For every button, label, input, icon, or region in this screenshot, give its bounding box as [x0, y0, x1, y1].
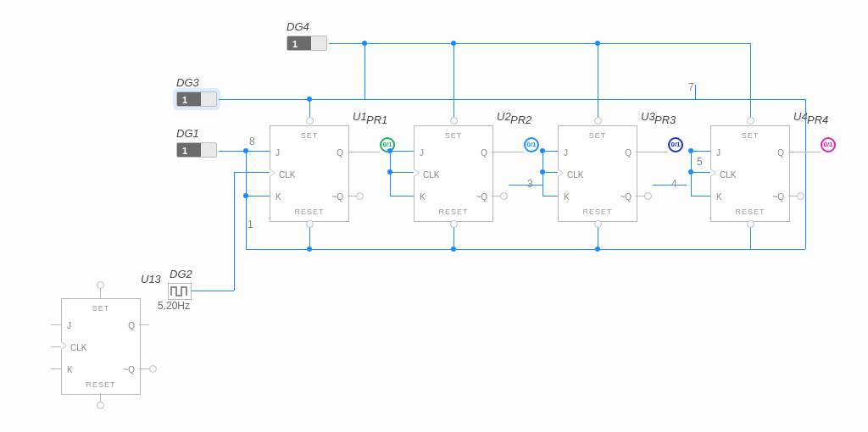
- pin-clk: CLK: [70, 343, 86, 352]
- pin-clk: CLK: [567, 170, 583, 180]
- pin-nq: ~Q: [331, 192, 343, 202]
- pin-nq: ~Q: [772, 192, 784, 202]
- dg2-label: DG2: [170, 268, 192, 280]
- pin-q: Q: [481, 148, 487, 158]
- net-1: 1: [248, 219, 253, 230]
- u13-ref: U13: [141, 273, 161, 285]
- pin-reset: RESET: [711, 208, 789, 216]
- clk-edge-icon: [558, 169, 564, 177]
- probe-pr4[interactable]: 0/1: [821, 137, 836, 152]
- clk-edge-icon: [414, 169, 420, 177]
- pin-clk: CLK: [720, 170, 736, 180]
- pin-nq: ~Q: [476, 192, 487, 202]
- pin-set: SET: [62, 304, 140, 313]
- pin-q: Q: [625, 148, 632, 158]
- jkff-unplaced[interactable]: SET RESET J CLK K Q ~Q: [61, 298, 141, 395]
- pin-k: K: [275, 192, 281, 202]
- jkff-u3[interactable]: SET RESET J CLK K Q ~Q: [558, 125, 637, 222]
- dg4-label: DG4: [287, 20, 309, 33]
- dg3-source[interactable]: 1: [176, 91, 217, 107]
- pin-k: K: [420, 192, 426, 202]
- pr4-label: PR4: [807, 114, 828, 126]
- u2-ref: U2: [497, 110, 511, 123]
- pin-j: J: [564, 148, 568, 158]
- pr2-label: PR2: [510, 114, 531, 126]
- pin-set: SET: [270, 131, 348, 140]
- pin-j: J: [67, 321, 71, 330]
- pin-reset: RESET: [270, 208, 348, 216]
- pr3-label: PR3: [654, 114, 676, 126]
- net-4: 4: [671, 178, 677, 190]
- clock-source[interactable]: [168, 283, 192, 300]
- clock-freq: 5.20Hz: [158, 300, 190, 312]
- net-5: 5: [697, 156, 703, 168]
- pin-set: SET: [559, 131, 637, 140]
- probe-pr3[interactable]: 0/1: [668, 137, 683, 152]
- dg1-source[interactable]: 1: [176, 142, 217, 158]
- pin-k: K: [716, 192, 722, 202]
- pin-set: SET: [711, 131, 789, 140]
- net-7: 7: [688, 81, 694, 93]
- pin-j: J: [275, 148, 280, 158]
- u3-ref: U3: [641, 110, 655, 123]
- schematic-canvas[interactable]: DG4 1 DG3 1 DG1 1 DG2 U13 5.20Hz SET RES…: [0, 0, 868, 432]
- net-3: 3: [527, 178, 533, 190]
- clk-edge-icon: [61, 341, 67, 350]
- dg1-label: DG1: [176, 127, 199, 140]
- clk-edge-icon: [710, 169, 716, 177]
- jkff-u4[interactable]: SET RESET J CLK K Q ~Q: [710, 125, 790, 222]
- pin-k: K: [564, 192, 570, 202]
- pin-q: Q: [777, 148, 784, 158]
- pin-clk: CLK: [279, 170, 295, 180]
- pin-nq: ~Q: [123, 365, 135, 374]
- pin-nq: ~Q: [620, 192, 632, 202]
- pin-clk: CLK: [423, 170, 439, 180]
- dg4-source[interactable]: 1: [287, 36, 327, 51]
- pin-reset: RESET: [559, 208, 637, 216]
- pin-j: J: [420, 148, 424, 158]
- pr1-label: PR1: [366, 114, 387, 126]
- pin-reset: RESET: [415, 208, 492, 216]
- pin-j: J: [716, 148, 721, 158]
- u1-ref: U1: [353, 110, 367, 123]
- jkff-u2[interactable]: SET RESET J CLK K Q ~Q: [414, 125, 493, 222]
- pin-reset: RESET: [62, 380, 140, 389]
- pin-q: Q: [128, 321, 135, 330]
- net-8: 8: [249, 136, 255, 147]
- dg3-label: DG3: [176, 76, 199, 89]
- pin-q: Q: [337, 148, 343, 158]
- pin-set: SET: [415, 131, 492, 140]
- pin-k: K: [67, 365, 73, 374]
- clk-edge-icon: [270, 169, 275, 177]
- probe-pr2[interactable]: 0/1: [524, 137, 539, 152]
- jkff-u1[interactable]: SET RESET J CLK K Q ~Q: [270, 125, 349, 222]
